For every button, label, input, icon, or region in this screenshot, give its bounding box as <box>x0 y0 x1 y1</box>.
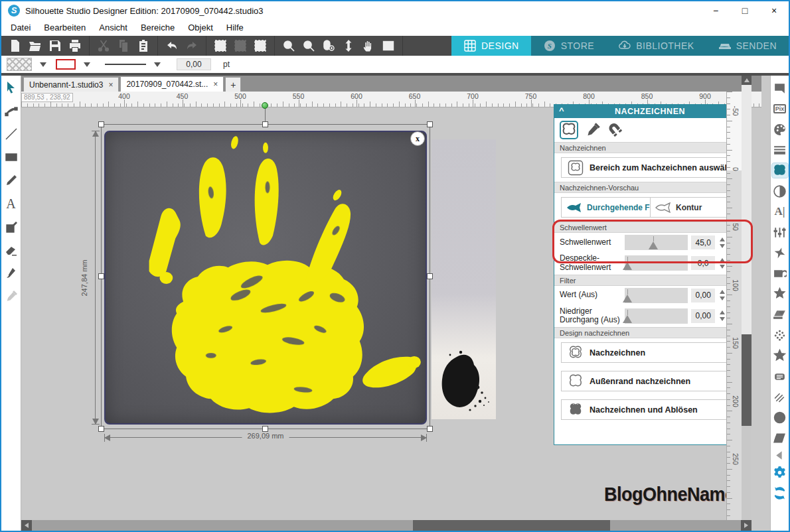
trace-outer-edge-button[interactable]: Außenrand nachzeichnen <box>561 371 739 391</box>
eyedropper-icon[interactable] <box>585 122 601 138</box>
vertical-scrollbar[interactable] <box>742 76 751 520</box>
toggle-outline[interactable]: Kontur <box>650 198 738 217</box>
value-spinner[interactable] <box>718 290 726 300</box>
weld-panel-button[interactable] <box>772 410 788 425</box>
vertical-scrollbar-thumb[interactable] <box>742 334 751 426</box>
transform-panel-button[interactable] <box>772 225 788 239</box>
new-tab-button[interactable]: + <box>225 77 241 92</box>
preferences-panel-button[interactable] <box>772 465 788 480</box>
page-tools-panel-button[interactable] <box>772 81 788 96</box>
open-file-button[interactable] <box>25 37 45 54</box>
pixscan-panel-button[interactable]: Pix <box>772 101 788 116</box>
paste-style-button[interactable] <box>250 37 270 54</box>
scroll-left-button[interactable] <box>21 520 32 531</box>
collapse-arrow-panel-button[interactable] <box>772 451 788 459</box>
trace-panel-button[interactable] <box>772 163 788 178</box>
toggle-solid-fill[interactable]: Durchgehende Füll <box>562 198 650 217</box>
menu-ansicht[interactable]: Ansicht <box>92 20 134 36</box>
text-tool[interactable]: A <box>3 196 19 212</box>
selection-handle-n[interactable] <box>262 121 268 127</box>
slider-thumb[interactable] <box>623 315 632 323</box>
zoom-in-button[interactable] <box>279 37 299 54</box>
line-tool[interactable] <box>3 126 19 142</box>
star-tool-panel-button[interactable] <box>772 348 788 363</box>
selected-image[interactable] <box>104 131 427 425</box>
rotation-handle[interactable] <box>262 102 268 109</box>
close-button[interactable]: × <box>759 1 789 20</box>
slider[interactable] <box>625 235 688 250</box>
save-button[interactable] <box>45 37 65 54</box>
zoom-out-button[interactable] <box>299 37 319 54</box>
slider-thumb[interactable] <box>649 241 658 249</box>
scroll-up-button[interactable] <box>742 76 751 85</box>
zoom-selection-button[interactable] <box>319 37 339 54</box>
value-spinner[interactable] <box>718 310 726 321</box>
knife-tool[interactable] <box>3 265 19 281</box>
scroll-right-button[interactable] <box>741 520 751 531</box>
image-close-badge[interactable]: x <box>410 131 425 146</box>
draw-tool[interactable] <box>3 172 19 188</box>
eraser-tool[interactable] <box>3 242 19 258</box>
horizontal-scrollbar-thumb[interactable] <box>413 520 610 531</box>
tab-close-icon[interactable]: × <box>108 80 113 90</box>
registration-marks-panel-button[interactable] <box>772 307 788 322</box>
tab-close-icon[interactable]: × <box>213 80 218 89</box>
menu-bearbeiten[interactable]: Bearbeiten <box>37 20 92 36</box>
menu-datei[interactable]: Datei <box>4 20 37 36</box>
copy-button[interactable] <box>114 37 133 54</box>
value-input[interactable]: 0,0 <box>691 256 715 270</box>
nav-tab-senden[interactable]: SENDEN <box>706 36 789 56</box>
menu-hilfe[interactable]: Hilfe <box>220 20 250 36</box>
document-tab-1[interactable]: Unbenannt-1.studio3× <box>23 77 119 92</box>
selection-handle-sw[interactable] <box>98 426 104 432</box>
horizontal-scrollbar[interactable] <box>21 520 751 531</box>
menu-objekt[interactable]: Objekt <box>181 20 220 36</box>
point-edit-tool[interactable] <box>3 103 19 119</box>
trace-and-detach-button[interactable]: Nachzeichnen und Ablösen <box>561 399 739 420</box>
rectangle-tool[interactable] <box>3 149 19 165</box>
slider-thumb[interactable] <box>623 295 632 302</box>
shadow-panel-button[interactable] <box>772 184 788 198</box>
sync-panel-button[interactable] <box>772 486 788 500</box>
sketch-panel-button[interactable] <box>772 369 788 383</box>
minimize-button[interactable]: − <box>701 1 730 20</box>
stroke-width-input[interactable]: 0,00 <box>177 58 211 70</box>
panel-collapse-icon[interactable]: ^ <box>559 105 564 115</box>
slider[interactable] <box>625 255 688 271</box>
menu-bereiche[interactable]: Bereiche <box>134 20 181 36</box>
note-tool[interactable] <box>3 219 19 235</box>
fill-settings-panel-button[interactable] <box>772 122 788 137</box>
print-button[interactable] <box>65 37 85 54</box>
nav-tab-store[interactable]: SSTORE <box>531 36 606 56</box>
pan-button[interactable] <box>358 37 378 54</box>
zoom-drag-button[interactable] <box>339 37 358 54</box>
select-tool[interactable] <box>3 80 19 96</box>
selection-handle-w[interactable] <box>98 273 104 279</box>
selection-handle-se[interactable] <box>427 426 433 432</box>
line-settings-panel-button[interactable] <box>772 143 788 157</box>
rhinestone-panel-button[interactable] <box>772 328 788 342</box>
nav-tab-bibliothek[interactable]: BIBLIOTHEK <box>606 36 706 56</box>
trace-button[interactable]: Nachzeichnen <box>561 342 739 363</box>
selection-handle-nw[interactable] <box>98 121 104 127</box>
magnet-icon[interactable] <box>607 122 623 138</box>
undo-button[interactable] <box>162 37 182 54</box>
fill-pattern-swatch-icon[interactable] <box>7 58 32 71</box>
paste-in-front-button[interactable] <box>210 37 230 54</box>
value-input[interactable]: 0,00 <box>691 289 715 302</box>
selection-handle-s[interactable] <box>262 426 268 432</box>
offset-panel-button[interactable] <box>772 287 788 301</box>
select-trace-area-button[interactable]: Bereich zum Nachzeichnen auswählen <box>561 157 739 178</box>
value-spinner[interactable] <box>718 237 726 248</box>
value-input[interactable]: 45,0 <box>691 235 715 249</box>
value-spinner[interactable] <box>718 258 726 269</box>
fill-dropdown-arrow-icon[interactable] <box>40 62 46 67</box>
slider[interactable] <box>625 288 688 303</box>
selection-handle-ne[interactable] <box>427 121 433 127</box>
trace-area-icon[interactable] <box>560 121 578 139</box>
hatch-fill-panel-button[interactable] <box>772 389 788 404</box>
redo-button[interactable] <box>182 37 202 54</box>
line-style-dropdown-arrow-icon[interactable] <box>154 62 161 67</box>
layers-panel-button[interactable] <box>772 431 788 445</box>
text-settings-panel-button[interactable]: A| <box>772 204 788 219</box>
